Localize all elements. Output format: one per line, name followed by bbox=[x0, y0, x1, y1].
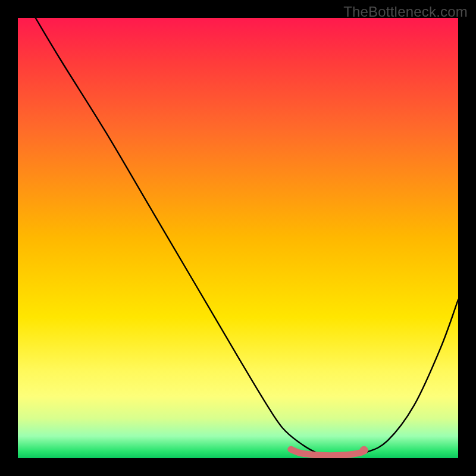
optimal-marker-dot bbox=[360, 446, 368, 455]
bottleneck-curve bbox=[36, 18, 458, 456]
chart-frame: TheBottleneck.com bbox=[0, 0, 476, 476]
chart-svg bbox=[18, 18, 458, 458]
optimal-marker-line bbox=[291, 449, 364, 455]
watermark-text: TheBottleneck.com bbox=[343, 4, 468, 20]
